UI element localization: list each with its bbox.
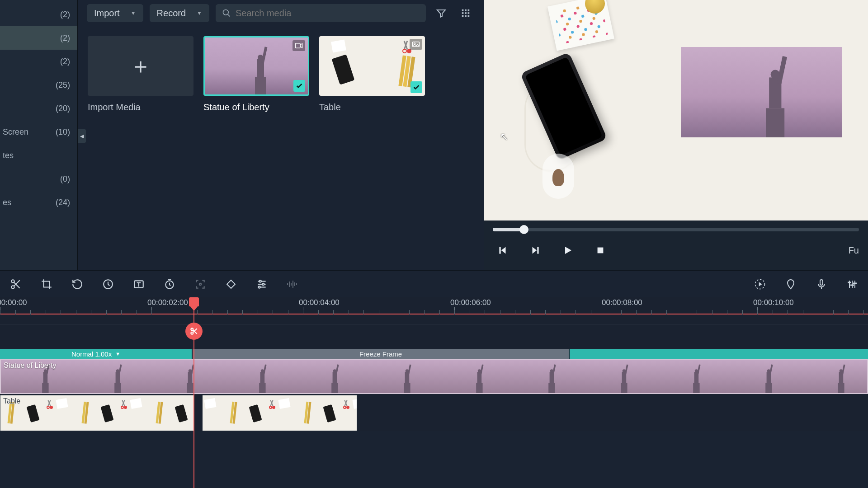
cursor-icon: ↖ [500, 131, 508, 143]
timeline-ruler[interactable]: 00:00:0000:00:02:0000:00:04:0000:00:06:0… [0, 297, 868, 324]
adjust-icon[interactable] [255, 277, 269, 291]
svg-rect-12 [413, 42, 420, 47]
render-icon[interactable] [753, 277, 767, 291]
svg-point-24 [199, 283, 201, 285]
video-track-2[interactable]: Table [0, 395, 868, 431]
svg-rect-5 [462, 12, 464, 14]
checkmark-icon [410, 81, 422, 93]
media-card-name: Table [319, 102, 425, 113]
svg-line-1 [228, 14, 230, 17]
speed-icon[interactable] [101, 277, 115, 291]
sidebar-item[interactable]: (0) [0, 167, 77, 191]
svg-point-40 [191, 332, 193, 334]
play-button[interactable] [561, 243, 575, 258]
import-media-card[interactable]: ＋ Import Media [88, 36, 193, 113]
filter-icon[interactable] [432, 4, 450, 22]
svg-rect-8 [462, 15, 464, 17]
svg-rect-2 [462, 9, 464, 11]
sidebar-item[interactable]: (25) [0, 73, 77, 97]
svg-point-30 [258, 286, 260, 288]
scissors-icon[interactable] [9, 277, 23, 291]
sidebar-item[interactable]: tes [0, 144, 77, 167]
search-input-wrap[interactable] [216, 4, 426, 22]
fullscreen-label[interactable]: Fu [849, 245, 859, 256]
audio-wave-icon[interactable] [286, 277, 299, 291]
svg-point-28 [259, 280, 261, 282]
chevron-down-icon: ▼ [197, 10, 202, 16]
checkmark-icon [293, 80, 305, 92]
focus-icon[interactable] [193, 277, 207, 291]
media-card-name: Import Media [88, 102, 193, 113]
svg-rect-15 [537, 247, 538, 253]
timeline[interactable]: 00:00:0000:00:02:0000:00:04:0000:00:06:0… [0, 297, 868, 431]
svg-rect-6 [465, 12, 467, 14]
plus-icon: ＋ [130, 52, 151, 80]
svg-rect-11 [296, 43, 301, 48]
sidebar-item[interactable]: Screen(10) [0, 120, 77, 144]
search-input[interactable] [236, 8, 420, 19]
clip-label: Table [3, 397, 20, 405]
record-dropdown[interactable]: Record▼ [150, 4, 209, 22]
media-card-table[interactable]: Table [319, 36, 425, 113]
voiceover-icon[interactable] [815, 277, 828, 291]
preview-prop-tag [542, 154, 574, 199]
media-card-statue[interactable]: Statue of Liberty [203, 36, 309, 113]
preview-prop-note [547, 0, 614, 51]
collapse-sidebar-button[interactable]: ◀ [78, 129, 86, 143]
stop-button[interactable] [593, 243, 608, 258]
video-type-icon [292, 40, 305, 51]
import-dropdown[interactable]: Import▼ [87, 4, 143, 22]
svg-point-29 [262, 283, 264, 285]
svg-point-18 [11, 286, 14, 289]
crop-icon[interactable] [40, 277, 53, 291]
next-frame-button[interactable] [528, 243, 542, 258]
sidebar-item[interactable]: (20) [0, 97, 77, 120]
svg-rect-38 [820, 280, 823, 285]
speed-segment-end[interactable] [570, 349, 868, 359]
marker-icon[interactable] [784, 277, 797, 291]
sidebar-item[interactable]: (2) [0, 50, 77, 73]
text-icon[interactable] [132, 277, 146, 291]
svg-rect-3 [465, 9, 467, 11]
search-icon [222, 9, 231, 18]
timeline-toolbar [0, 270, 868, 297]
svg-point-39 [191, 328, 193, 330]
clip-table[interactable]: Table [0, 395, 357, 431]
svg-rect-4 [468, 9, 470, 11]
svg-rect-16 [598, 248, 604, 253]
speed-ramp-bar[interactable]: Normal 1.00x▼ Freeze Frame [0, 349, 868, 359]
clip-statue[interactable]: Statue of Liberty [1, 360, 867, 393]
prev-frame-button[interactable] [495, 243, 510, 258]
speed-segment-normal[interactable]: Normal 1.00x▼ [0, 349, 192, 359]
grid-view-icon[interactable] [457, 4, 475, 22]
audio-mixer-icon[interactable] [845, 277, 859, 291]
svg-rect-14 [499, 247, 500, 253]
keyframe-icon[interactable] [224, 277, 238, 291]
clip-label: Statue of Liberty [4, 361, 57, 370]
preview-progress-slider[interactable] [493, 228, 859, 231]
playhead[interactable] [193, 297, 194, 488]
svg-rect-9 [465, 15, 467, 17]
category-sidebar: (2) (2) (2) (25) (20) Screen(10) tes (0)… [0, 0, 78, 270]
chevron-down-icon: ▼ [131, 10, 136, 16]
speed-segment-freeze[interactable]: Freeze Frame [193, 349, 569, 359]
svg-point-0 [223, 10, 228, 15]
svg-point-17 [11, 280, 14, 283]
media-card-name: Statue of Liberty [203, 102, 309, 113]
chevron-down-icon: ▼ [115, 351, 120, 357]
image-type-icon [410, 39, 422, 50]
sidebar-item[interactable]: es(24) [0, 191, 77, 214]
video-track-1[interactable]: Statue of Liberty [0, 359, 868, 394]
preview-canvas[interactable]: ↖ [484, 0, 868, 221]
undo-icon[interactable] [71, 277, 84, 291]
preview-pip-overlay[interactable] [681, 47, 842, 137]
timer-icon[interactable] [163, 277, 176, 291]
playhead-scissors-icon[interactable] [185, 323, 203, 340]
svg-rect-7 [468, 12, 470, 14]
svg-rect-10 [468, 15, 470, 17]
preview-panel: ↖ Fu [484, 0, 868, 270]
sidebar-item[interactable]: (2) [0, 26, 77, 50]
sidebar-item[interactable]: (2) [0, 3, 77, 26]
media-panel: Import▼ Record▼ ◀ ＋ Import Media [78, 0, 484, 270]
slider-knob[interactable] [519, 225, 528, 234]
